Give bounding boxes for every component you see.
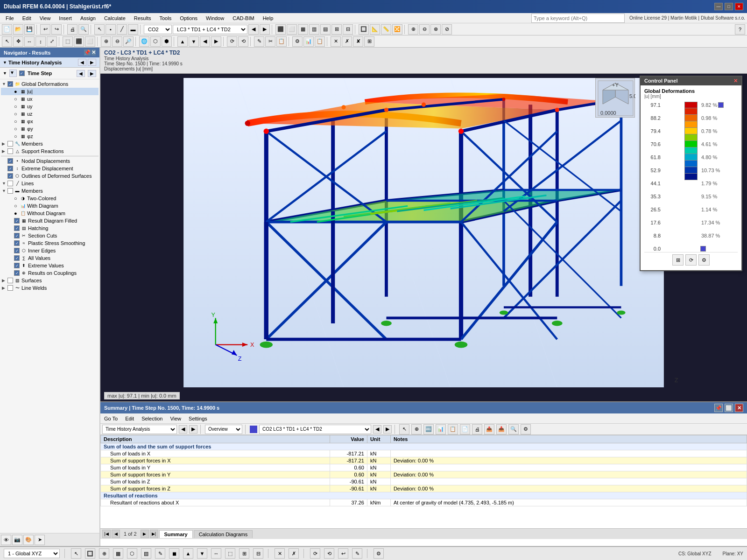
nav-arrow-btn[interactable]: ➤ bbox=[35, 535, 45, 545]
summary-goto[interactable]: Go To bbox=[102, 416, 120, 421]
sb-btn-14[interactable]: ⊟ bbox=[253, 548, 263, 559]
sb-btn-12[interactable]: ⬚ bbox=[225, 548, 235, 559]
nav-item-with-diagram[interactable]: ○ 📊 With Diagram bbox=[1, 202, 99, 210]
nav-item-phix[interactable]: ○ ▦ φx bbox=[1, 118, 99, 125]
sb-btn-2[interactable]: 🔲 bbox=[85, 548, 95, 559]
nav-item-nodal-disp[interactable]: ✓ • Nodal Displacements bbox=[1, 157, 99, 165]
members-checkbox[interactable] bbox=[7, 141, 13, 147]
nav-item-plastic-stress[interactable]: ✓ ≈ Plastic Stress Smoothing bbox=[1, 239, 99, 247]
nav-item-ux[interactable]: ○ ▦ ux bbox=[1, 95, 99, 103]
couplings-checkbox[interactable]: ✓ bbox=[14, 270, 20, 276]
menu-window[interactable]: Window bbox=[202, 14, 228, 22]
summary-tb-3[interactable]: 🔤 bbox=[423, 424, 434, 434]
nav-item-result-filled[interactable]: ✓ ▦ Result Diagram Filled bbox=[1, 217, 99, 224]
print-button[interactable]: 🖨 bbox=[67, 24, 78, 35]
summary-tb-6[interactable]: 📄 bbox=[460, 424, 470, 434]
menu-calculate[interactable]: Calculate bbox=[100, 14, 129, 22]
summary-tb-7[interactable]: 🖨 bbox=[472, 424, 482, 434]
tb2-btn-11[interactable]: 🔎 bbox=[123, 36, 134, 47]
page-next-btn[interactable]: ▶ bbox=[141, 530, 149, 538]
sb-btn-13[interactable]: ⊞ bbox=[239, 548, 249, 559]
table-row[interactable]: Sum of loads in Y 0.60 kN bbox=[101, 464, 747, 471]
nav-render-btn[interactable]: 🎨 bbox=[23, 535, 34, 545]
tb2-btn-9[interactable]: ⊕ bbox=[101, 36, 111, 47]
table-row[interactable]: Sum of loads in Z -90.61 kN bbox=[101, 478, 747, 485]
nav-item-uy[interactable]: ○ ▦ uy bbox=[1, 103, 99, 110]
nav-item-without-diagram[interactable]: ● 📋 Without Diagram bbox=[1, 210, 99, 217]
extreme-disp-checkbox[interactable]: ✓ bbox=[7, 166, 13, 171]
more-btn-1[interactable]: ⊕ bbox=[408, 24, 418, 35]
tb2-btn-27[interactable]: ✕ bbox=[331, 36, 341, 47]
nav-pin-button[interactable]: 📌 bbox=[84, 49, 91, 56]
sb-btn-6[interactable]: ▧ bbox=[141, 548, 151, 559]
render-btn-4[interactable]: ▥ bbox=[309, 24, 319, 35]
sb-btn-10[interactable]: ▼ bbox=[197, 548, 207, 559]
render-btn-5[interactable]: ▤ bbox=[320, 24, 331, 35]
tb2-btn-6[interactable]: ⬚ bbox=[63, 36, 73, 47]
legend-table-btn[interactable]: ⊞ bbox=[672, 254, 684, 266]
save-button[interactable]: 💾 bbox=[24, 24, 35, 35]
nav-item-results-couplings[interactable]: ✓ ⊕ Results on Couplings bbox=[1, 269, 99, 277]
linewelds-checkbox[interactable] bbox=[7, 285, 13, 291]
lines-checkbox[interactable] bbox=[7, 181, 13, 186]
legend-refresh-btn[interactable]: ⟳ bbox=[685, 254, 697, 266]
summary-tb-5[interactable]: 📋 bbox=[448, 424, 458, 434]
tb2-btn-3[interactable]: ↔ bbox=[24, 36, 35, 47]
nav-camera-btn[interactable]: 📷 bbox=[12, 535, 22, 545]
nav-close-button[interactable]: ✕ bbox=[92, 49, 96, 56]
menu-tools[interactable]: Tools bbox=[155, 14, 175, 22]
summary-view[interactable]: View bbox=[168, 416, 183, 421]
table-row[interactable]: Sum of support forces in X -817.21 kN De… bbox=[101, 457, 747, 464]
summary-settings[interactable]: Settings bbox=[187, 416, 209, 421]
menu-edit[interactable]: Edit bbox=[19, 14, 35, 22]
sb-btn-1[interactable]: ↖ bbox=[71, 548, 81, 559]
lc-combo[interactable]: LC3 * TD1 + LC4 * TD2 bbox=[173, 25, 247, 34]
summary-table-scroll[interactable]: Description Value Unit Notes Sum of load… bbox=[100, 435, 747, 528]
summary-edit[interactable]: Edit bbox=[123, 416, 136, 421]
support-checkbox[interactable] bbox=[7, 148, 13, 154]
nav-item-uz[interactable]: ○ ▦ uz bbox=[1, 110, 99, 118]
nav-prev-button[interactable]: ◀ bbox=[78, 59, 86, 66]
nav-item-line-welds[interactable]: ▶ 〜 Line Welds bbox=[1, 284, 99, 292]
outlines-checkbox[interactable]: ✓ bbox=[7, 173, 13, 179]
table-row[interactable]: Resultant of reactions about X 37.26 kNm… bbox=[101, 499, 747, 506]
summary-lc-combo[interactable]: CO2 LC3 * TD1 + LC4 * TD2 bbox=[259, 425, 371, 434]
nav-item-members[interactable]: ▶ 🔧 Members bbox=[1, 140, 99, 147]
summary-lc-prev-btn[interactable]: ◀ bbox=[373, 425, 381, 434]
tab-calc-diagrams[interactable]: Calculation Diagrams bbox=[194, 530, 253, 538]
sb-btn-9[interactable]: ▲ bbox=[183, 548, 193, 559]
nav-item-lines-group[interactable]: ▼ ╱ Lines bbox=[1, 180, 99, 187]
menu-cadbim[interactable]: CAD-BIM bbox=[229, 14, 258, 22]
open-button[interactable]: 📂 bbox=[13, 24, 23, 35]
menu-view[interactable]: View bbox=[36, 14, 55, 22]
nav-item-surfaces[interactable]: ▶ ▧ Surfaces bbox=[1, 277, 99, 284]
render-btn-7[interactable]: ⊟ bbox=[343, 24, 353, 35]
page-first-btn[interactable]: |◀ bbox=[102, 530, 111, 538]
summary-float-btn[interactable]: ⬜ bbox=[725, 404, 733, 412]
tb2-btn-21[interactable]: ✎ bbox=[254, 36, 264, 47]
sb-btn-19[interactable]: ↩ bbox=[338, 548, 348, 559]
tb2-btn-4[interactable]: ↕ bbox=[35, 36, 46, 47]
nav-next-button[interactable]: ▶ bbox=[88, 59, 96, 66]
globaldef-checkbox[interactable]: ✓ bbox=[7, 81, 13, 87]
summary-selection[interactable]: Selection bbox=[140, 416, 164, 421]
menu-assign[interactable]: Assign bbox=[77, 14, 99, 22]
minimize-button[interactable]: — bbox=[714, 3, 723, 10]
render-btn-3[interactable]: ▦ bbox=[298, 24, 308, 35]
tb2-btn-29[interactable]: ✘ bbox=[353, 36, 363, 47]
legend-settings-btn[interactable]: ⚙ bbox=[698, 254, 710, 266]
tb2-btn-12[interactable]: 🌐 bbox=[139, 36, 149, 47]
timestep-checkbox[interactable]: ✓ bbox=[19, 70, 25, 76]
new-button[interactable]: 📄 bbox=[2, 24, 12, 35]
summary-tb-11[interactable]: ⚙ bbox=[521, 424, 531, 434]
menu-results[interactable]: Results bbox=[130, 14, 155, 22]
summary-next-btn[interactable]: ▶ bbox=[189, 425, 197, 434]
nav-item-phiy[interactable]: ○ ▦ φy bbox=[1, 125, 99, 133]
tb2-btn-16[interactable]: ▼ bbox=[189, 36, 199, 47]
next-lc-button[interactable]: ▶ bbox=[260, 24, 270, 35]
nav-item-all-values[interactable]: ✓ ∑ All Values bbox=[1, 254, 99, 262]
prev-lc-button[interactable]: ◀ bbox=[248, 24, 259, 35]
tb2-btn-1[interactable]: ↖ bbox=[2, 36, 12, 47]
nav-visibility-btn[interactable]: 👁 bbox=[1, 535, 11, 545]
tb2-btn-18[interactable]: ▶ bbox=[211, 36, 221, 47]
